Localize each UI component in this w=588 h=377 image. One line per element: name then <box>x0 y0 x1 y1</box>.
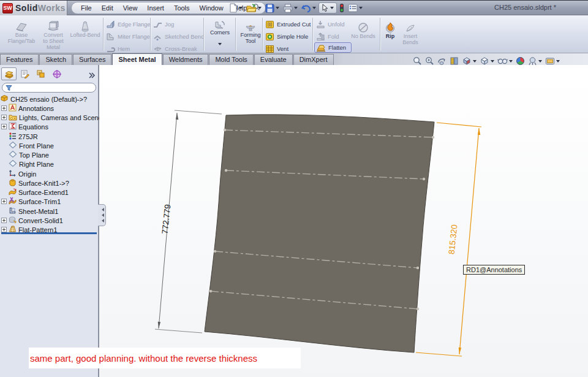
tab-feature-manager-tree[interactable] <box>1 67 17 80</box>
display-style-icon[interactable] <box>480 56 494 66</box>
tab-dimxpert[interactable]: DimXpert <box>293 54 334 65</box>
flat-pattern-face[interactable] <box>205 115 434 352</box>
tree-item-surface-knit[interactable]: Surface-Knit1->? <box>0 178 69 188</box>
edit-appearance-icon[interactable] <box>516 56 525 66</box>
sketched-bend-icon <box>153 32 162 41</box>
new-document-caret[interactable] <box>239 7 243 11</box>
tab-weldments[interactable]: Weldments <box>163 54 209 65</box>
forming-tool-button[interactable]: FormingTool <box>237 17 264 53</box>
rip-button[interactable]: Rip <box>381 17 399 53</box>
expand-icon[interactable] <box>1 115 7 120</box>
lofted-bend-button[interactable]: Lofted-Bend <box>69 17 102 53</box>
tab-sketch[interactable]: Sketch <box>39 54 72 65</box>
view-settings-caret[interactable] <box>556 60 560 64</box>
menu-window[interactable]: Window <box>195 3 228 13</box>
plane-icon <box>9 159 17 169</box>
tree-item-front-plane[interactable]: Front Plane <box>0 141 54 150</box>
rotate-view-icon[interactable] <box>437 56 447 66</box>
tab-features[interactable]: Features <box>0 54 39 65</box>
panel-splitter-handle[interactable] <box>98 204 106 226</box>
tab-sheet-metal[interactable]: Sheet Metal <box>112 53 162 65</box>
expand-icon[interactable] <box>1 105 7 111</box>
logo-text-works: Works <box>38 3 66 13</box>
new-document-button[interactable] <box>228 2 244 13</box>
cross-break-button[interactable]: Cross-Break <box>153 44 197 54</box>
edge-flange-label: Edge Flange <box>118 21 151 28</box>
tree-item-right-plane[interactable]: Right Plane <box>0 159 54 169</box>
simple-hole-button[interactable]: Simple Hole <box>265 31 308 42</box>
menu-edit[interactable]: Edit <box>97 3 118 13</box>
tree-item-top-plane[interactable]: Top Plane <box>0 150 49 159</box>
hide-show-items-icon[interactable] <box>497 57 513 65</box>
tree-item-material[interactable]: 275JR <box>0 132 38 141</box>
miter-flange-button[interactable]: Miter Flange <box>106 31 150 42</box>
undo-button[interactable] <box>300 3 317 13</box>
expand-icon[interactable] <box>1 227 7 232</box>
view-settings-icon[interactable] <box>545 57 560 66</box>
panel-expand-chevron-icon[interactable] <box>88 70 96 81</box>
hide-show-items-caret[interactable] <box>509 60 513 64</box>
tree-root-part[interactable]: CH25 ensaio (Default)->? <box>0 94 87 104</box>
sketched-bend-button[interactable]: Sketched Bend <box>153 31 204 42</box>
print-caret[interactable] <box>294 7 298 11</box>
save-button[interactable] <box>264 3 281 13</box>
edge-flange-button[interactable]: Edge Flange <box>106 19 151 29</box>
extruded-cut-button[interactable]: Extruded Cut <box>265 19 311 29</box>
flatten-button[interactable]: Flatten <box>314 42 352 53</box>
tree-item-convert-solid[interactable]: Convert-Solid1 <box>0 216 63 225</box>
fold-button[interactable]: Fold <box>316 31 339 42</box>
no-bends-button[interactable]: No Bends <box>347 17 380 53</box>
display-style-caret[interactable] <box>491 60 494 64</box>
menu-view[interactable]: View <box>119 3 142 13</box>
tree-item-annotations[interactable]: Annotations <box>0 104 54 113</box>
print-button[interactable] <box>282 3 299 13</box>
performance-pipeline-icon[interactable] <box>338 2 345 13</box>
corners-caret[interactable] <box>218 43 222 47</box>
command-options-button[interactable] <box>347 3 364 13</box>
select-tool-caret[interactable] <box>330 7 334 11</box>
corners-button[interactable]: Corners <box>206 17 234 53</box>
apply-scene-caret[interactable] <box>538 60 542 64</box>
tree-item-surface-extend[interactable]: Surface-Extend1 <box>0 188 69 197</box>
unfold-button[interactable]: Unfold <box>316 19 344 29</box>
select-tool-button[interactable] <box>318 2 337 13</box>
tree-item-equations[interactable]: Equations <box>0 122 48 131</box>
tree-item-lights-cameras[interactable]: Lights, Cameras and Scene <box>0 113 102 122</box>
apply-scene-icon[interactable] <box>528 56 542 66</box>
tab-surfaces[interactable]: Surfaces <box>73 54 111 65</box>
expand-icon[interactable] <box>1 199 7 204</box>
tree-filter-input[interactable] <box>2 83 96 93</box>
rollback-bar[interactable] <box>1 232 97 234</box>
tree-item-origin[interactable]: Origin <box>0 169 36 178</box>
menu-insert[interactable]: Insert <box>143 3 168 13</box>
base-flange-button[interactable]: BaseFlange/Tab <box>5 17 38 53</box>
tab-mold-tools[interactable]: Mold Tools <box>209 54 253 65</box>
view-orientation-caret[interactable] <box>473 60 477 64</box>
open-button[interactable] <box>245 3 263 13</box>
tab-dimxpert-manager[interactable] <box>49 67 64 80</box>
menu-tools[interactable]: Tools <box>170 3 194 13</box>
tree-item-sheet-metal[interactable]: Sheet-Metal1 <box>0 207 58 216</box>
view-orientation-icon[interactable] <box>462 56 477 66</box>
expand-icon[interactable] <box>1 218 7 223</box>
open-caret[interactable] <box>258 7 262 11</box>
expand-icon[interactable] <box>1 124 7 129</box>
undo-caret[interactable] <box>312 7 316 11</box>
jog-button[interactable]: Jog <box>153 19 174 29</box>
zoom-area-icon[interactable] <box>425 56 434 66</box>
tree-item-surface-trim[interactable]: Surface-Trim1 <box>0 197 61 206</box>
insert-bends-button[interactable]: InsertBends <box>398 17 423 53</box>
surface-knit-icon <box>9 178 17 188</box>
section-view-icon[interactable] <box>450 56 459 66</box>
tab-property-manager[interactable] <box>17 67 32 80</box>
vent-button[interactable]: Vent <box>265 44 288 54</box>
graphics-area[interactable]: 772.779 815.320 <box>99 65 588 377</box>
command-options-caret[interactable] <box>359 7 363 11</box>
convert-to-sheet-metal-button[interactable]: Convertto SheetMetal <box>38 17 69 53</box>
tab-configuration-manager[interactable] <box>33 67 48 80</box>
menu-file[interactable]: File <box>77 3 96 13</box>
tab-evaluate[interactable]: Evaluate <box>254 54 293 65</box>
save-caret[interactable] <box>276 7 279 11</box>
zoom-fit-icon[interactable] <box>413 56 422 66</box>
hem-button[interactable]: Hem <box>106 44 130 54</box>
